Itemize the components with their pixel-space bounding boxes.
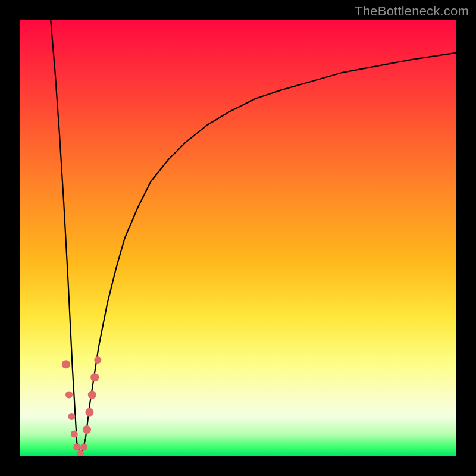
curve-marker — [62, 360, 70, 368]
chart-svg — [20, 20, 456, 456]
curve-marker — [83, 425, 91, 434]
curve-marker — [90, 373, 99, 381]
curve-path — [51, 20, 456, 456]
chart-plot-area — [20, 20, 456, 456]
curve-marker — [65, 392, 73, 399]
curve-marker — [73, 443, 80, 450]
curve-marker — [85, 408, 93, 416]
attribution-text: TheBottleneck.com — [355, 4, 469, 19]
curve-marker — [80, 443, 87, 450]
bottleneck-curve — [51, 20, 456, 456]
curve-marker — [94, 356, 101, 364]
curve-marker — [68, 413, 75, 420]
curve-marker — [88, 391, 96, 399]
curve-marker — [71, 430, 78, 437]
